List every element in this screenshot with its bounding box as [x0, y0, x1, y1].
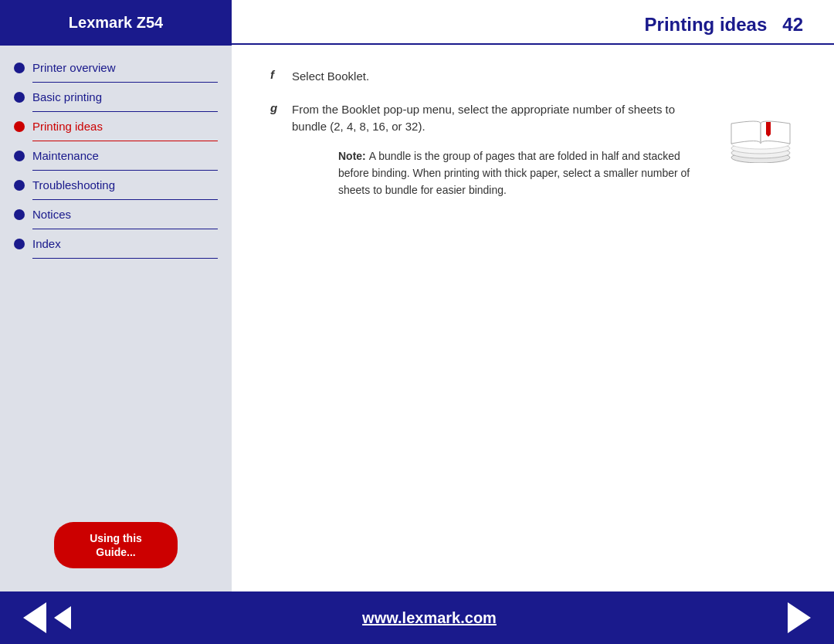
nav-label-printing-ideas: Printing ideas: [32, 120, 218, 133]
website-url[interactable]: www.lexmark.com: [362, 609, 497, 627]
note-text: Note: A bundle is the group of pages tha…: [338, 150, 690, 197]
sidebar-item-index[interactable]: Index: [0, 229, 232, 258]
sidebar-item-troubleshooting[interactable]: Troubleshooting: [0, 171, 232, 199]
note-body: A bundle is the group of pages that are …: [338, 150, 690, 197]
back-large-icon: [23, 602, 46, 633]
bottom-bar: www.lexmark.com: [0, 591, 834, 644]
using-guide-button[interactable]: Using thisGuide...: [54, 522, 178, 568]
sidebar-item-printing-ideas[interactable]: Printing ideas: [0, 112, 232, 141]
sidebar-title: Lexmark Z54: [69, 14, 163, 31]
nav-bullet-notices: [14, 209, 25, 220]
nav-label-index: Index: [32, 237, 218, 250]
nav-arrows-right: [788, 602, 811, 633]
nav-bullet-troubleshooting: [14, 180, 25, 191]
step-g-text: From the Booklet pop-up menu, select the…: [292, 103, 675, 134]
sidebar-item-basic-printing[interactable]: Basic printing: [0, 83, 232, 111]
back-small-icon: [54, 606, 71, 629]
sidebar-nav: Printer overview Basic printing Printing…: [0, 46, 232, 507]
nav-label-maintenance: Maintenance: [32, 149, 218, 162]
page-title: Printing ideas: [645, 14, 768, 36]
step-f-text: Select Booklet.: [292, 68, 369, 86]
nav-bullet-maintenance: [14, 151, 25, 161]
page-header: Printing ideas 42: [232, 0, 834, 45]
sidebar-header: Lexmark Z54: [0, 0, 232, 46]
nav-bullet-printing-ideas: [14, 121, 25, 132]
note-block: Note: A bundle is the group of pages tha…: [292, 147, 703, 199]
main-container: Lexmark Z54 Printer overview Basic print…: [0, 0, 834, 644]
forward-large-button[interactable]: [788, 602, 811, 633]
sidebar-item-notices[interactable]: Notices: [0, 200, 232, 229]
step-g-row: g From the Booklet pop-up menu, select t…: [270, 101, 803, 199]
main-content: Printing ideas 42 f Select Booklet. g Fr…: [232, 0, 834, 591]
nav-bullet-index: [14, 239, 25, 249]
nav-bullet-printer-overview: [14, 63, 25, 73]
step-g-label: g: [270, 101, 284, 114]
nav-label-basic-printing: Basic printing: [32, 90, 218, 103]
nav-label-troubleshooting: Troubleshooting: [32, 178, 218, 192]
page-body: f Select Booklet. g From the Booklet pop…: [232, 45, 834, 591]
back-small-button[interactable]: [54, 602, 71, 633]
sidebar: Lexmark Z54 Printer overview Basic print…: [0, 0, 232, 591]
note-label: Note:: [338, 150, 369, 162]
nav-label-notices: Notices: [32, 208, 218, 221]
forward-large-icon: [788, 602, 811, 633]
page-number: 42: [782, 14, 803, 36]
back-large-button[interactable]: [23, 602, 46, 633]
content-area: Lexmark Z54 Printer overview Basic print…: [0, 0, 834, 591]
sidebar-item-printer-overview[interactable]: Printer overview: [0, 53, 232, 82]
sidebar-item-maintenance[interactable]: Maintenance: [0, 141, 232, 170]
nav-bullet-basic-printing: [14, 92, 25, 103]
booklet-illustration: [718, 93, 803, 166]
nav-arrows-left: [23, 602, 71, 633]
step-g-content: From the Booklet pop-up menu, select the…: [292, 101, 703, 199]
step-f-label: f: [270, 68, 284, 81]
nav-label-printer-overview: Printer overview: [32, 61, 218, 74]
nav-underline-index: [32, 258, 218, 259]
step-f: f Select Booklet.: [270, 68, 803, 86]
